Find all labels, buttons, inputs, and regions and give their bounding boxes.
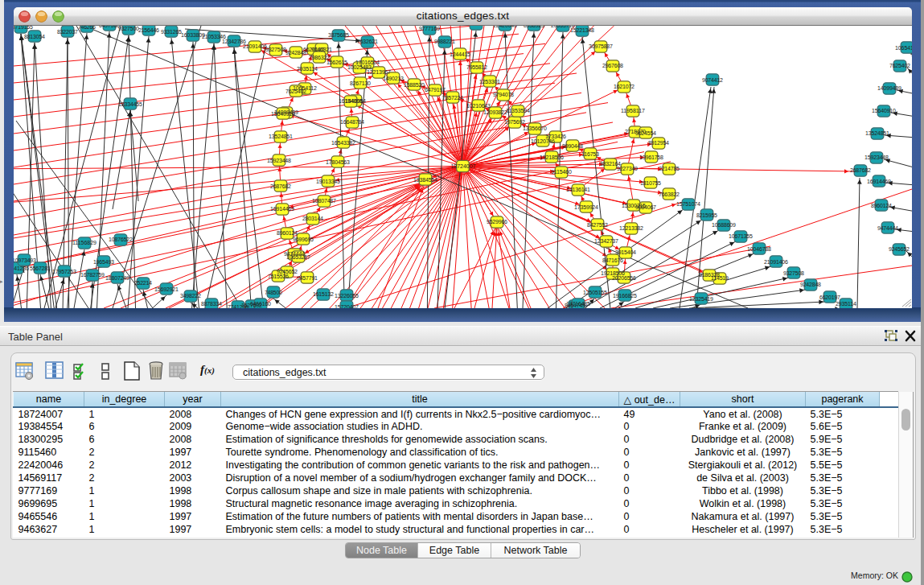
svg-text:9115460: 9115460 [551, 169, 572, 175]
svg-text:2214785: 2214785 [659, 166, 680, 171]
svg-text:20206556: 20206556 [612, 275, 636, 281]
svg-text:12093822: 12093822 [483, 109, 507, 115]
svg-text:9327508: 9327508 [265, 47, 286, 52]
svg-text:17804563: 17804563 [326, 159, 350, 165]
svg-text:9529966: 9529966 [487, 219, 507, 225]
svg-text:9245652: 9245652 [889, 246, 910, 252]
svg-text:3624554: 3624554 [635, 130, 656, 136]
svg-text:17359924: 17359924 [574, 204, 598, 210]
svg-text:12505155: 12505155 [583, 290, 607, 295]
svg-text:2687682: 2687682 [850, 167, 871, 173]
svg-text:10671355: 10671355 [729, 233, 753, 239]
svg-text:15720407: 15720407 [335, 304, 359, 308]
svg-text:19166825: 19166825 [613, 293, 637, 299]
svg-text:8267130: 8267130 [350, 80, 371, 86]
svg-text:748500: 748500 [265, 290, 282, 295]
svg-text:14099489: 14099489 [877, 85, 901, 91]
svg-text:8938923: 8938923 [524, 26, 544, 28]
svg-text:21091406: 21091406 [243, 43, 267, 49]
svg-text:6620197: 6620197 [819, 295, 840, 300]
svg-text:7955812: 7955812 [466, 64, 487, 70]
svg-text:18334455: 18334455 [118, 101, 142, 107]
svg-text:9327508: 9327508 [783, 270, 804, 276]
svg-text:18807249: 18807249 [105, 275, 129, 281]
svg-text:30975887: 30975887 [589, 43, 613, 49]
svg-text:1810755: 1810755 [640, 180, 661, 186]
svg-text:9084067: 9084067 [635, 204, 656, 210]
svg-text:9474444: 9474444 [877, 225, 898, 231]
svg-text:2935114: 2935114 [836, 301, 856, 307]
svg-text:7625402: 7625402 [889, 63, 910, 68]
svg-text:14136141: 14136141 [566, 187, 590, 192]
svg-text:7632621: 7632621 [357, 39, 378, 44]
svg-text:9242848: 9242848 [800, 282, 821, 287]
svg-text:8322037: 8322037 [57, 29, 78, 35]
svg-text:8471676: 8471676 [602, 257, 623, 263]
svg-text:15221348: 15221348 [570, 27, 594, 33]
svg-text:15751074: 15751074 [676, 201, 700, 207]
svg-text:1244415: 1244415 [450, 51, 470, 57]
svg-text:16782759: 16782759 [80, 272, 105, 278]
svg-text:2803144: 2803144 [302, 216, 323, 221]
svg-text:18724007: 18724007 [451, 163, 476, 169]
svg-text:7663822: 7663822 [659, 192, 680, 197]
svg-text:9457791: 9457791 [297, 275, 318, 281]
svg-text:12213967: 12213967 [367, 69, 391, 75]
svg-text:17016504: 17016504 [355, 60, 380, 65]
svg-text:9331265: 9331265 [161, 29, 182, 35]
svg-text:12213382: 12213382 [619, 225, 643, 231]
svg-text:10441236: 10441236 [14, 266, 29, 271]
svg-text:1490213: 1490213 [383, 76, 404, 81]
svg-text:13524851: 13524851 [865, 130, 889, 136]
svg-text:10807487: 10807487 [312, 198, 336, 204]
svg-text:8215955: 8215955 [696, 212, 717, 218]
svg-text:8960124: 8960124 [277, 230, 298, 236]
svg-text:6497568: 6497568 [99, 26, 120, 28]
svg-text:8912954: 8912954 [648, 140, 669, 146]
svg-text:17957253: 17957253 [52, 269, 76, 274]
svg-text:16154808: 16154808 [339, 98, 363, 104]
svg-text:3498222: 3498222 [180, 293, 201, 299]
svg-text:19384554: 19384554 [413, 177, 437, 183]
svg-text:1621072: 1621072 [614, 84, 634, 89]
svg-text:2687682: 2687682 [270, 183, 291, 189]
svg-text:1733426: 1733426 [545, 134, 566, 139]
svg-text:19013345: 19013345 [316, 179, 340, 184]
svg-text:12342786: 12342786 [222, 39, 246, 44]
svg-text:9327500: 9327500 [118, 26, 139, 31]
svg-text:8990448: 8990448 [562, 143, 583, 149]
svg-text:11156829: 11156829 [72, 240, 97, 245]
svg-text:9074412: 9074412 [702, 77, 723, 83]
svg-text:7625402: 7625402 [285, 89, 306, 94]
svg-text:4170064: 4170064 [466, 26, 487, 27]
svg-text:10961758: 10961758 [639, 154, 663, 160]
svg-text:9146821: 9146821 [311, 47, 332, 52]
svg-text:13716485: 13716485 [566, 301, 590, 307]
svg-text:8813054: 8813054 [24, 34, 45, 39]
svg-text:10653267: 10653267 [286, 254, 310, 260]
svg-text:7357224: 7357224 [442, 95, 463, 101]
svg-text:1965493: 1965493 [93, 259, 114, 265]
svg-text:13226055: 13226055 [335, 293, 359, 299]
svg-text:9777169: 9777169 [419, 26, 440, 31]
svg-text:19218506: 19218506 [540, 154, 564, 160]
svg-text:1253301: 1253301 [479, 79, 500, 84]
svg-text:2156446: 2156446 [138, 27, 159, 33]
svg-text:9988221: 9988221 [434, 39, 455, 44]
svg-text:16648784: 16648784 [340, 119, 364, 125]
svg-text:12325419: 12325419 [689, 296, 713, 302]
svg-text:10046788: 10046788 [747, 246, 771, 252]
svg-text:1588520: 1588520 [404, 82, 425, 88]
svg-text:13356670: 13356670 [523, 126, 547, 131]
svg-text:10120746: 10120746 [531, 138, 555, 144]
svg-text:1975692: 1975692 [504, 119, 525, 125]
svg-text:1562615: 1562615 [326, 60, 347, 65]
svg-text:116753: 116753 [581, 151, 599, 157]
svg-text:10973493: 10973493 [14, 257, 36, 263]
svg-text:8832164: 8832164 [600, 161, 621, 167]
svg-text:11353594: 11353594 [506, 108, 530, 113]
svg-text:10719155: 10719155 [14, 26, 33, 30]
svg-text:15640910: 15640910 [271, 111, 295, 117]
svg-text:3915404: 3915404 [615, 249, 636, 255]
svg-text:15692921: 15692921 [154, 286, 179, 292]
